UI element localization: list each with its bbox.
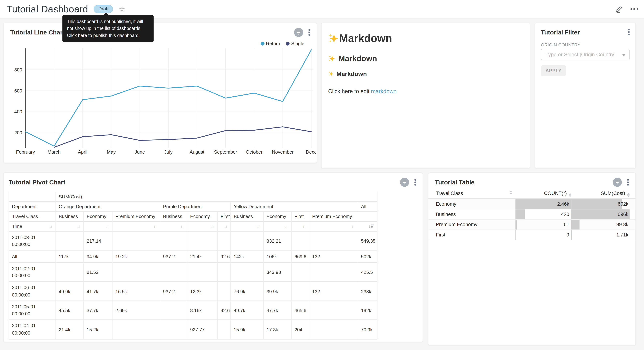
pivot-cell: 425.5 [358, 263, 377, 282]
cross-filter-icon[interactable] [613, 178, 622, 187]
svg-text:600: 600 [14, 88, 22, 94]
markdown-edit-link[interactable]: markdown [371, 88, 396, 94]
pivot-time-row: Time↓↑ ↓↑↓↑↓↑↓↑↓↑↓↑↓↑↓↑↓↑↓↑↓ [9, 222, 378, 232]
sort-icon[interactable]: ↓↑ [154, 224, 157, 229]
pivot-cell: 76.9k [231, 282, 264, 301]
kebab-menu-icon[interactable] [626, 178, 630, 186]
kebab-menu-icon[interactable] [308, 28, 311, 36]
column-header-count[interactable]: COUNT(*) [544, 190, 571, 197]
pivot-data-row: 2011-06-01 00:00:0049.9k41.7k16.5k937.21… [9, 282, 378, 301]
svg-text:400: 400 [14, 109, 22, 114]
sort-caret-icon[interactable] [510, 190, 512, 194]
draft-badge[interactable]: Draft [94, 5, 113, 13]
count-cell: 9 [566, 232, 569, 238]
pivot-cell [309, 301, 358, 320]
table-row[interactable]: Economy2.46k602k [428, 199, 635, 210]
x-axis-tick: April [78, 149, 87, 155]
data-table: Travel Class COUNT(*) SUM(Cost) Economy2… [428, 189, 635, 240]
pivot-chart-panel: Tutorial Pivot Chart SUM(Cost) Dep [3, 172, 423, 342]
pivot-cell: 49.9k [56, 282, 84, 301]
ellipsis-menu-icon[interactable] [630, 8, 638, 10]
sum-bar [571, 220, 580, 230]
pivot-cell [160, 263, 187, 282]
x-axis-tick: June [134, 149, 145, 155]
pivot-cell: 92.6 [218, 301, 231, 320]
pivot-cell: 92.6 [218, 251, 231, 263]
pivot-cell [160, 232, 187, 251]
column-header-sum-cost[interactable]: SUM(Cost) [601, 190, 630, 197]
pivot-cell [309, 263, 358, 282]
pivot-cell: 106k [264, 251, 292, 263]
pivot-cell [218, 282, 231, 301]
x-axis-tick: August [190, 149, 204, 155]
cross-filter-icon[interactable] [400, 178, 409, 187]
origin-country-select[interactable]: Type or Select [Origin Country] [541, 49, 630, 60]
sort-icon[interactable]: ↓↑ [77, 224, 80, 229]
pivot-row-label: 2011-02-01 00:00:00 [9, 263, 56, 282]
pivot-cell [56, 232, 84, 251]
x-axis-tick: September [214, 149, 237, 155]
pivot-department-row: Department Orange Department Purple Depa… [9, 202, 378, 212]
pivot-panel-title: Tutorial Pivot Chart [9, 179, 66, 186]
filter-panel: Tutorial Filter ORIGIN COUNTRY Type or S… [535, 23, 636, 168]
pivot-row-label: 2011-06-01 00:00:00 [9, 282, 56, 301]
sort-icon[interactable]: ↓↑ [211, 224, 214, 229]
sort-icon[interactable]: ↓↑ [257, 224, 260, 229]
pivot-cell [56, 263, 84, 282]
pivot-cell: 465.6 [292, 301, 309, 320]
pivot-cell: 47.7k [264, 301, 292, 320]
star-icon[interactable]: ☆ [119, 6, 125, 12]
sort-icon[interactable]: ↓↑ [285, 224, 288, 229]
legend-item-single[interactable]: Single [286, 41, 304, 46]
origin-country-label: ORIGIN COUNTRY [541, 42, 580, 47]
kebab-menu-icon[interactable] [414, 178, 417, 186]
count-cell: 2.46k [557, 201, 569, 207]
pivot-group-purple: Purple Department [160, 202, 231, 212]
pivot-cell [292, 282, 309, 301]
pivot-data-row: 2011-03-01 00:00:00217.14332.21549.35 [9, 232, 378, 251]
x-axis-tick: May [107, 149, 116, 155]
pivot-cell [292, 232, 309, 251]
pivot-cell [231, 263, 264, 282]
chevron-down-icon [622, 54, 626, 56]
sparkles-icon [328, 55, 336, 62]
sort-icon[interactable]: ↓↑ [302, 224, 306, 229]
pivot-cell: 117k [56, 251, 84, 263]
pivot-cell [218, 263, 231, 282]
sort-icon[interactable]: ↓↑ [106, 224, 109, 229]
edit-pencil-icon[interactable] [615, 5, 623, 13]
sort-descending-icon[interactable]: ↓ [368, 224, 374, 228]
x-axis-tick: Dece [306, 149, 316, 155]
table-row[interactable]: First91.71k [428, 230, 635, 240]
table-row[interactable]: Premium Economy6199.8k [428, 220, 635, 230]
pivot-cell [187, 263, 218, 282]
sort-caret-icon [569, 193, 572, 197]
pivot-data-row: 2011-04-01 00:00:0021.4k15.2k927.7715.9k… [9, 320, 378, 340]
pivot-cell: 17.3k [264, 320, 292, 340]
pivot-cell: 15.2k [84, 320, 112, 340]
markdown-heading-2: Markdown [328, 54, 523, 63]
column-header-travel-class[interactable]: Travel Class [436, 190, 463, 196]
cross-filter-icon[interactable] [294, 28, 303, 37]
apply-button[interactable]: APPLY [541, 65, 566, 76]
kebab-menu-icon[interactable] [627, 28, 630, 36]
table-row[interactable]: Business420696k [428, 210, 635, 220]
sort-icon[interactable]: ↓↑ [224, 224, 228, 229]
table-panel-title: Tutorial Table [435, 179, 474, 186]
sort-icon[interactable]: ↓↑ [352, 224, 355, 229]
pivot-cell [309, 320, 358, 340]
select-placeholder: Type or Select [Origin Country] [546, 52, 616, 58]
sparkles-icon [328, 71, 334, 77]
pivot-cell: 332.21 [264, 232, 292, 251]
pivot-cell [218, 232, 231, 251]
sum-cost-cell: 602k [618, 201, 628, 207]
x-axis-tick: November [272, 149, 294, 155]
legend-item-return[interactable]: Return [261, 41, 280, 46]
line-chart-canvas[interactable]: 200400600800FebruaryMarchAprilMayJuneJul… [5, 46, 316, 157]
sort-icon[interactable]: ↓↑ [49, 224, 52, 229]
pivot-group-orange: Orange Department [56, 202, 160, 212]
pivot-cell: 8.16k [187, 301, 218, 320]
count-bar [516, 210, 525, 219]
sort-icon[interactable]: ↓↑ [180, 224, 184, 229]
travel-class-cell: Business [436, 212, 456, 217]
